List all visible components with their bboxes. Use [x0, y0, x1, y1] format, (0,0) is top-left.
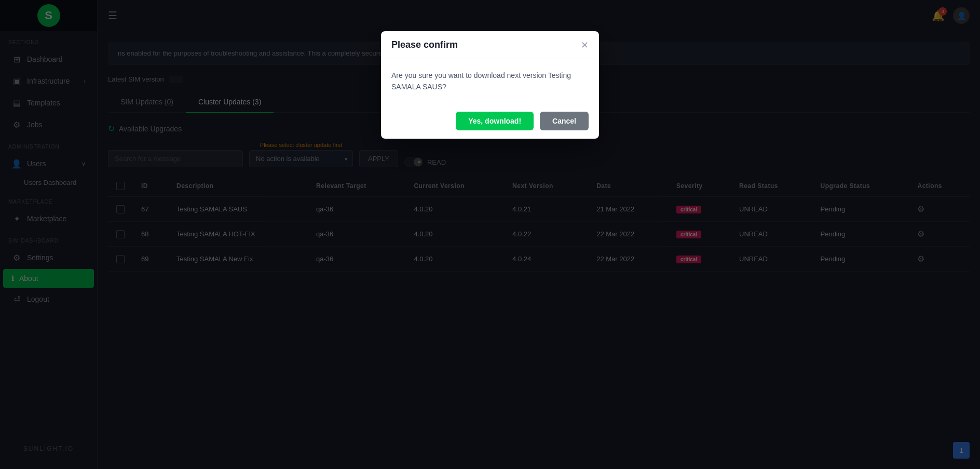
modal-title: Please confirm	[391, 39, 458, 50]
modal-header: Please confirm ✕	[381, 31, 599, 59]
modal-footer: Yes, download! Cancel	[381, 103, 599, 139]
modal-body: Are you sure you want to download next v…	[381, 59, 599, 103]
modal-overlay[interactable]: Please confirm ✕ Are you sure you want t…	[0, 0, 980, 469]
modal-close-button[interactable]: ✕	[581, 41, 589, 50]
modal-body-text: Are you sure you want to download next v…	[391, 71, 571, 91]
cancel-button[interactable]: Cancel	[540, 112, 589, 130]
confirm-modal: Please confirm ✕ Are you sure you want t…	[381, 31, 599, 139]
confirm-download-button[interactable]: Yes, download!	[456, 112, 534, 130]
